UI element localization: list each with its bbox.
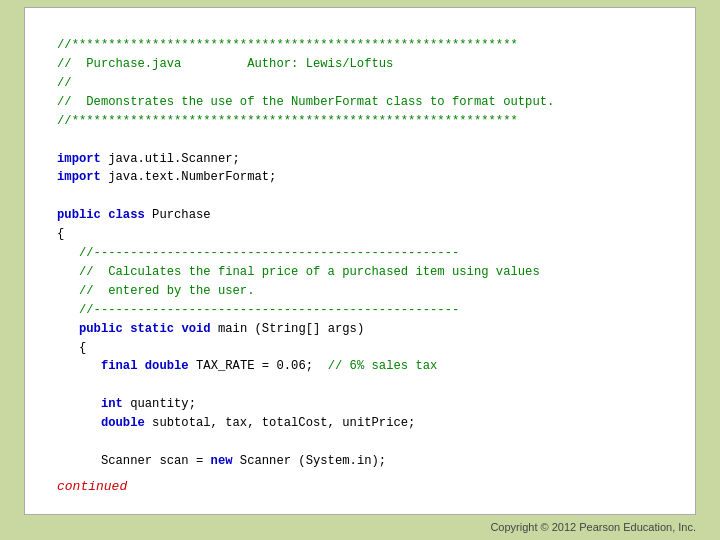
import-keyword2: import [57, 170, 101, 184]
comment-line1: //**************************************… [57, 38, 518, 52]
comment-line2: // Purchase.java Author: Lewis/Loftus [57, 57, 393, 71]
comment-entered: // entered by the user. [79, 284, 255, 298]
class-keyword1: class [108, 208, 145, 222]
comment-line3: // [57, 76, 72, 90]
copyright-text: Copyright © 2012 Pearson Education, Inc. [24, 521, 696, 533]
new-keyword: new [211, 454, 233, 468]
double-keyword2: double [101, 416, 145, 430]
comment-dashes2: //--------------------------------------… [79, 303, 459, 317]
public-keyword2: public [79, 322, 123, 336]
import-keyword1: import [57, 152, 101, 166]
comment-calculates: // Calculates the final price of a purch… [79, 265, 540, 279]
double-keyword1: double [145, 359, 189, 373]
comment-line4: // Demonstrates the use of the NumberFor… [57, 95, 554, 109]
slide-container: //**************************************… [24, 7, 696, 515]
continued-label: continued [57, 479, 663, 494]
static-keyword: static [130, 322, 174, 336]
comment-taxrate: // 6% sales tax [328, 359, 438, 373]
comment-line5: //**************************************… [57, 114, 518, 128]
comment-dashes1: //--------------------------------------… [79, 246, 459, 260]
int-keyword: int [101, 397, 123, 411]
code-block: //**************************************… [57, 36, 663, 471]
public-keyword1: public [57, 208, 101, 222]
void-keyword1: void [181, 322, 210, 336]
final-keyword: final [101, 359, 138, 373]
